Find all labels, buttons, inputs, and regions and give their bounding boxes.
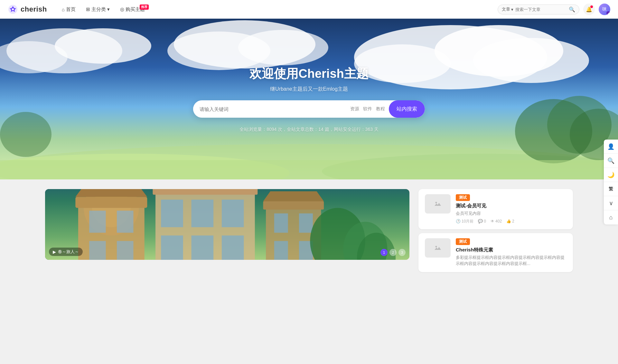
moon-sidebar-icon: 🌙 <box>607 171 614 178</box>
article-card-0: 测试 测试-会员可见 会员可见内容 🕐 10月前 💬 0 👁 402 <box>418 189 573 229</box>
svg-rect-20 <box>0 160 618 179</box>
chevron-sidebar-icon: ∨ <box>609 200 613 207</box>
hero-search-tags: 资源 软件 教程 <box>346 106 389 112</box>
article-excerpt-1: 多彩提示框提示框内容提示框内容提示框内容提示框内容提示框内容提示框内容提示框内容… <box>456 254 566 267</box>
search-tag-software[interactable]: 软件 <box>363 106 372 112</box>
grid-nav-icon: ⊞ <box>86 6 90 12</box>
article-thumb-0 <box>425 194 451 214</box>
svg-rect-34 <box>161 200 183 227</box>
logo-icon <box>8 4 18 14</box>
notification-dot <box>590 5 593 8</box>
svg-point-1 <box>12 8 14 10</box>
chevron-down-icon: ▾ <box>107 6 110 12</box>
sidebar-night-button[interactable]: 🌙 <box>604 168 618 182</box>
traditional-sidebar-icon: 繁 <box>609 186 613 192</box>
slider-dots: 1 2 3 <box>380 249 406 256</box>
article-body-0: 测试 测试-会员可见 会员可见内容 🕐 10月前 💬 0 👁 402 <box>456 194 566 224</box>
article-likes-0: 👍 2 <box>506 219 514 223</box>
user-avatar[interactable]: 咪 ✓ <box>599 4 610 15</box>
article-body-1: 测试 Cherish特殊元素 多彩提示框提示框内容提示框内容提示框内容提示框内容… <box>456 238 566 267</box>
svg-rect-36 <box>222 200 244 227</box>
sidebar-user-button[interactable]: 👤 <box>604 140 618 154</box>
user-sidebar-icon: 👤 <box>607 143 614 150</box>
slider-dot-3[interactable]: 3 <box>398 249 406 256</box>
home-sidebar-icon: ⌂ <box>609 214 613 221</box>
hero-content: 欢迎使用Cherish主题 继Urbane主题后又一款Emlog主题 资源 软件… <box>193 66 425 132</box>
clock-icon: 🕐 <box>456 219 461 223</box>
left-column: 1 2 3 ▶ 春～旅人～ <box>45 189 409 276</box>
hero-title: 欢迎使用Cherish主题 <box>249 66 368 82</box>
svg-rect-25 <box>75 197 147 208</box>
slider-dot-1[interactable]: 1 <box>380 249 388 256</box>
svg-point-14 <box>0 154 290 179</box>
music-title: 春～旅人～ <box>58 249 79 255</box>
svg-rect-45 <box>274 241 288 260</box>
search-sidebar-icon: 🔍 <box>607 157 614 164</box>
image-placeholder-icon-2 <box>433 243 442 252</box>
svg-point-11 <box>167 32 270 70</box>
svg-marker-42 <box>263 191 324 201</box>
search-type-chevron: ▾ <box>511 7 513 12</box>
header-right: 文章 ▾ 🔍 🔔 咪 ✓ <box>498 4 610 15</box>
svg-point-10 <box>174 20 315 68</box>
notification-bell[interactable]: 🔔 <box>583 4 595 15</box>
search-type-selector[interactable]: 文章 ▾ <box>502 6 513 12</box>
eye-icon: 👁 <box>491 219 494 223</box>
article-title-1[interactable]: Cherish特殊元素 <box>456 247 566 253</box>
svg-point-9 <box>0 41 68 73</box>
sidebar-traditional-button[interactable]: 繁 <box>604 182 618 196</box>
hero-slider: 1 2 3 ▶ 春～旅人～ <box>45 189 409 260</box>
svg-rect-29 <box>89 241 106 260</box>
svg-rect-30 <box>117 241 133 260</box>
hero-search-input[interactable] <box>193 106 346 112</box>
svg-marker-26 <box>75 189 147 197</box>
svg-rect-32 <box>153 189 258 195</box>
avatar-verified-badge: ✓ <box>606 11 610 15</box>
header-search-bar: 文章 ▾ 🔍 <box>498 5 579 14</box>
header-search-input[interactable] <box>515 7 567 12</box>
tag-nav-icon: ◎ <box>120 6 124 12</box>
play-icon: ▶ <box>53 250 56 254</box>
svg-rect-28 <box>117 211 133 233</box>
like-icon: 👍 <box>506 219 511 223</box>
svg-rect-51 <box>433 199 442 208</box>
main-nav: ⌂ 首页 ⊞ 主分类 ▾ ◎ 购买主题 推荐 <box>57 5 498 14</box>
article-tag-0[interactable]: 测试 <box>456 194 470 201</box>
hero-search-form: 资源 软件 教程 站内搜索 <box>193 100 425 118</box>
article-comments-0: 💬 0 <box>478 219 486 223</box>
sidebar-home-button[interactable]: ⌂ <box>604 210 618 224</box>
svg-point-17 <box>547 96 612 154</box>
comment-icon: 💬 <box>478 219 483 223</box>
article-tag-1[interactable]: 测试 <box>456 238 470 245</box>
svg-rect-39 <box>222 235 244 260</box>
hero-search-submit-button[interactable]: 站内搜索 <box>389 100 425 118</box>
music-player[interactable]: ▶ 春～旅人～ <box>49 248 83 256</box>
article-excerpt-0: 会员可见内容 <box>456 210 566 217</box>
nav-categories[interactable]: ⊞ 主分类 ▾ <box>81 5 114 14</box>
svg-point-13 <box>0 144 618 179</box>
sidebar-search-button[interactable]: 🔍 <box>604 154 618 168</box>
nav-buy-theme[interactable]: ◎ 购买主题 推荐 <box>116 5 149 14</box>
search-submit-icon[interactable]: 🔍 <box>569 6 575 13</box>
main-header: cherish ⌂ 首页 ⊞ 主分类 ▾ ◎ 购买主题 推荐 文章 ▾ 🔍 🔔 <box>0 0 618 19</box>
svg-point-5 <box>473 38 589 83</box>
svg-rect-38 <box>192 235 214 260</box>
image-placeholder-icon <box>433 199 442 208</box>
svg-point-12 <box>238 30 328 65</box>
search-tag-resources[interactable]: 资源 <box>350 106 359 112</box>
hero-section: 欢迎使用Cherish主题 继Urbane主题后又一款Emlog主题 资源 软件… <box>0 19 618 179</box>
svg-point-7 <box>6 28 122 73</box>
search-tag-tutorial[interactable]: 教程 <box>376 106 385 112</box>
sidebar-collapse-button[interactable]: ∨ <box>604 196 618 210</box>
article-meta-0: 🕐 10月前 💬 0 👁 402 👍 2 <box>456 219 566 224</box>
slider-dot-2[interactable]: 2 <box>389 249 397 256</box>
right-column: 测试 测试-会员可见 会员可见内容 🕐 10月前 💬 0 👁 402 <box>418 189 573 276</box>
nav-home[interactable]: ⌂ 首页 <box>57 5 80 14</box>
svg-rect-35 <box>192 200 214 227</box>
article-title-0[interactable]: 测试-会员可见 <box>456 203 566 209</box>
hero-stats: 全站浏览量：8094 次，全站文章总数：14 篇，网站安全运行：363 天 <box>239 127 379 132</box>
svg-rect-27 <box>89 211 106 233</box>
slider-image <box>45 189 409 260</box>
floating-sidebar: 👤 🔍 🌙 繁 ∨ ⌂ <box>604 140 618 224</box>
logo-area[interactable]: cherish <box>8 4 47 14</box>
